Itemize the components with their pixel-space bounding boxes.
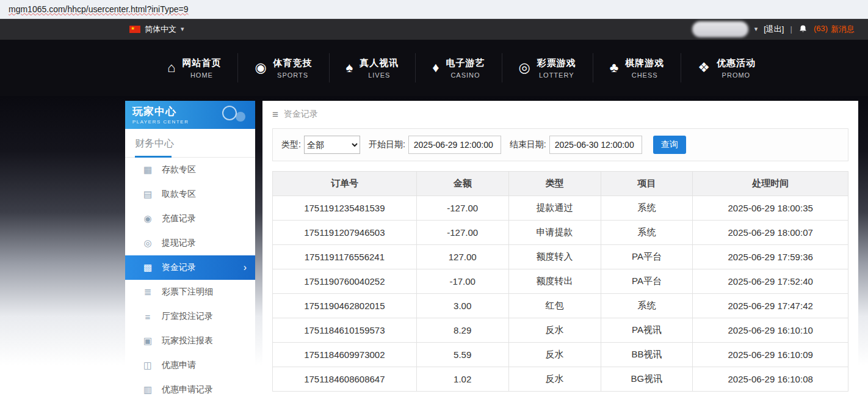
decor-billiards-icon: [236, 112, 245, 122]
funds-record-icon: ▩: [142, 262, 153, 273]
cell-project: PA平台: [601, 245, 693, 269]
logout-button[interactable]: [退出]: [764, 24, 784, 35]
cell-project: 系统: [601, 221, 693, 245]
nav-item[interactable]: ♠ 真人视讯 LIVES: [329, 53, 416, 82]
cell-type: 提款通过: [508, 196, 601, 221]
withdrawal-record-icon: ◎: [142, 238, 153, 249]
lottery-bets-icon: ≣: [142, 287, 153, 298]
cell-type: 红包: [508, 294, 601, 318]
sidebar-item[interactable]: ▣ 玩家投注报表 ›: [125, 329, 255, 353]
cell-order-number: 1751190462802015: [273, 294, 417, 318]
cell-order-number: 1751191207946503: [273, 221, 417, 245]
players-center-header: 玩家中心 PLAYERS CENTER: [125, 101, 255, 129]
end-date-input[interactable]: [549, 136, 642, 154]
cell-time: 2025-06-29 16:10:10: [693, 318, 848, 343]
header-amount: 金额: [416, 172, 508, 196]
cell-project: PA平台: [601, 269, 693, 294]
sidebar-item[interactable]: ▩ 资金记录 ›: [125, 255, 255, 280]
table-row: 1751190462802015 3.00 红包 系统 2025-06-29 1…: [273, 294, 848, 318]
nav-item-title: 彩票游戏: [537, 57, 576, 69]
nav-item[interactable]: ◉ 体育竞技 SPORTS: [237, 53, 328, 82]
sidebar-item-label: 优惠申请记录: [162, 384, 213, 395]
caret-down-icon[interactable]: ▾: [754, 25, 758, 33]
table-row: 1751184608608647 1.02 反水 BG视讯 2025-06-29…: [273, 367, 848, 392]
cell-time: 2025-06-29 18:00:07: [693, 221, 848, 245]
url-text[interactable]: mgm1065.com/hhcp/usercenter.html?iniType…: [9, 4, 189, 14]
caret-down-icon: ▾: [181, 25, 184, 33]
sidebar-item-label: 存款专区: [162, 164, 196, 175]
bell-icon[interactable]: [798, 24, 808, 34]
cell-project: BG视讯: [601, 367, 693, 392]
main-content: ≡ 资金记录 类型: 全部 开始日期: 结束日期: 查询 订单号 金额: [262, 101, 858, 402]
cell-amount: -127.00: [416, 196, 508, 221]
sidebar-item[interactable]: ▦ 存款专区 ›: [125, 158, 255, 182]
search-button[interactable]: 查询: [653, 136, 686, 154]
cell-type: 申请提款: [508, 221, 601, 245]
messages-count: (63): [814, 24, 828, 35]
table-row: 1751184609973002 5.59 反水 BB视讯 2025-06-29…: [273, 343, 848, 367]
sidebar-item[interactable]: ≣ 彩票下注明细 ›: [125, 280, 255, 304]
filter-bar: 类型: 全部 开始日期: 结束日期: 查询: [272, 128, 848, 161]
browser-url-bar[interactable]: mgm1065.com/hhcp/usercenter.html?iniType…: [0, 0, 868, 19]
nav-item-title: 体育竞技: [273, 57, 313, 69]
account-controls: ▾ [退出] | (63) 新消息: [692, 21, 855, 37]
nav-item-title: 电子游艺: [446, 57, 485, 69]
gift-icon: ❖: [698, 61, 710, 75]
messages-label: 新消息: [831, 24, 855, 35]
cell-project: BB视讯: [601, 343, 693, 367]
funds-record-table: 订单号 金额 类型 项目 处理时间 1751191235481539 -127.…: [272, 171, 848, 392]
page: mgm1065.com/hhcp/usercenter.html?iniType…: [0, 0, 868, 402]
cell-amount: 1.02: [416, 367, 508, 392]
cell-project: 系统: [601, 196, 693, 221]
nav-item[interactable]: ◎ 彩票游戏 LOTTERY: [502, 53, 593, 82]
divider: |: [790, 24, 792, 34]
new-messages-link[interactable]: (63) 新消息: [814, 24, 855, 35]
deposit-icon: ▦: [142, 164, 153, 175]
cell-amount: 8.29: [416, 318, 508, 343]
sidebar-item[interactable]: ◉ 充值记录 ›: [125, 206, 255, 231]
type-select[interactable]: 全部: [304, 136, 360, 154]
cell-type: 反水: [508, 343, 601, 367]
table-row: 1751184610159573 8.29 反水 PA视讯 2025-06-29…: [273, 318, 848, 343]
page-body: 玩家中心 PLAYERS CENTER 财务中心 ▦ 存款专区 › ▤ 取款专区…: [0, 96, 868, 402]
cell-order-number: 1751190760040252: [273, 269, 417, 294]
player-report-icon: ▣: [142, 335, 153, 346]
language-selector[interactable]: ★ 简体中文 ▾: [129, 24, 184, 35]
promo-apply-record-icon: ▥: [142, 384, 153, 395]
sidebar-item[interactable]: ◫ 优惠申请 ›: [125, 353, 255, 378]
nav-item-title: 网站首页: [182, 57, 221, 69]
username-blurred[interactable]: [692, 21, 748, 37]
table-row: 1751191207946503 -127.00 申请提款 系统 2025-06…: [273, 221, 848, 245]
sidebar-item[interactable]: ▤ 取款专区 ›: [125, 182, 255, 206]
sidebar-item-label: 优惠申请: [162, 360, 196, 371]
nav-item[interactable]: ⌂ 网站首页 HOME: [151, 53, 237, 82]
cell-type: 反水: [508, 318, 601, 343]
finance-center-title: 财务中心: [125, 129, 255, 158]
sidebar-item-label: 提现记录: [162, 238, 196, 249]
nav-item-subtitle: HOME: [182, 71, 221, 79]
nav-item-subtitle: CHESS: [625, 71, 664, 79]
sidebar-item-label: 彩票下注明细: [162, 287, 213, 298]
nav-item[interactable]: ❖ 优惠活动 PROMO: [681, 53, 772, 82]
cell-time: 2025-06-29 17:59:36: [693, 245, 848, 269]
sidebar-item-label: 取款专区: [162, 189, 196, 200]
hamburger-icon: ≡: [272, 109, 278, 120]
table-row: 1751190760040252 -17.00 额度转出 PA平台 2025-0…: [273, 269, 848, 294]
sidebar-item-label: 充值记录: [162, 213, 196, 224]
cell-amount: 3.00: [416, 294, 508, 318]
sidebar-item-label: 玩家投注报表: [162, 335, 213, 346]
sidebar-item[interactable]: ≡ 厅室投注记录 ›: [125, 304, 255, 329]
header-project: 项目: [601, 172, 693, 196]
sidebar-item-label: 资金记录: [162, 262, 196, 273]
decor-billiards-icon: [222, 106, 237, 120]
language-label: 简体中文: [145, 24, 176, 35]
sidebar-item[interactable]: ▥ 优惠申请记录 ›: [125, 378, 255, 402]
sidebar-item[interactable]: ◎ 提现记录 ›: [125, 231, 255, 255]
start-date-input[interactable]: [408, 136, 501, 154]
nav-item-subtitle: PROMO: [717, 71, 756, 79]
recharge-record-icon: ◉: [142, 213, 153, 224]
nav-item-title: 真人视讯: [360, 57, 399, 69]
sidebar-item-label: 厅室投注记录: [162, 311, 213, 322]
nav-item[interactable]: ♦ 电子游艺 CASINO: [415, 53, 501, 82]
nav-item[interactable]: ♣ 棋牌游戏 CHESS: [593, 53, 681, 82]
